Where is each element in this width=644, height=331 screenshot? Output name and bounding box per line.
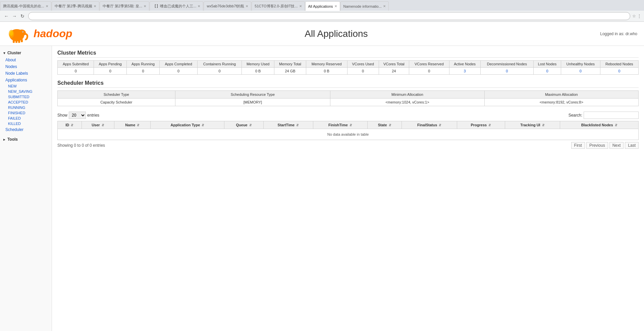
hadoop-text: hadoop (34, 27, 72, 40)
svg-rect-7 (18, 40, 20, 43)
sidebar-tools-header[interactable]: ► Tools (0, 136, 52, 143)
col-memory-used: Memory Used (241, 61, 274, 68)
sched-val-max-alloc: <memory:8192, vCores:8> (484, 98, 638, 106)
val-containers-running: 0 (198, 68, 242, 75)
address-bar[interactable]: 172.18.74.173:8088/cluster (28, 12, 630, 20)
search-label: Search: (569, 113, 582, 118)
tab-close-4[interactable]: ✕ (198, 4, 200, 8)
sidebar-state-new-saving[interactable]: NEW_SAVING (3, 89, 52, 94)
val-lost-nodes[interactable]: 0 (533, 68, 561, 75)
col-apps-running: Apps Running (126, 61, 159, 68)
cluster-metrics-table: Apps Submitted Apps Pending Apps Running… (57, 60, 639, 75)
app-col-finalstatus[interactable]: FinalStatus ⇵ (402, 121, 457, 129)
tab-2[interactable]: 中餐厅 第2季-腾讯视频 ✕ (52, 1, 99, 11)
sidebar-about-link[interactable]: About (0, 57, 52, 63)
sort-finalstatus-icon: ⇵ (439, 124, 441, 127)
sched-val-min-alloc: <memory:1024, vCores:1> (330, 98, 484, 106)
app-col-blacklisted[interactable]: Blacklisted Nodes ⇵ (560, 121, 639, 129)
col-vcores-reserved: VCores Reserved (409, 61, 449, 68)
sidebar-state-killed[interactable]: KILLED (3, 121, 52, 126)
sort-queue-icon: ⇵ (249, 124, 252, 127)
forward-button[interactable]: → (11, 12, 18, 20)
val-apps-running: 0 (126, 68, 159, 75)
sidebar-scheduler-link[interactable]: Scheduler (0, 126, 52, 133)
next-page-button[interactable]: Next (609, 142, 624, 149)
reload-button[interactable]: ↻ (19, 12, 26, 20)
sidebar-node-labels-link[interactable]: Node Labels (0, 70, 52, 77)
sidebar-nodes-link[interactable]: Nodes (0, 63, 52, 70)
val-unhealthy-nodes[interactable]: 0 (561, 68, 600, 75)
tab-4[interactable]: 【】嗜血已成魔的个人三... ✕ (150, 1, 203, 11)
app-col-name[interactable]: Name ⇵ (114, 121, 151, 129)
tab-6[interactable]: 51CTO博客2.0-原创IT技... ✕ (252, 1, 305, 11)
first-page-button[interactable]: First (571, 142, 585, 149)
tab-label-namenode: Namenode informatio... (343, 4, 382, 8)
app-col-starttime[interactable]: StartTime ⇵ (263, 121, 313, 129)
tab-close-namenode[interactable]: ✕ (383, 4, 386, 8)
back-button[interactable]: ← (3, 12, 10, 20)
app-col-state[interactable]: State ⇵ (367, 121, 401, 129)
sched-val-resource-type: [MEMORY] (175, 98, 330, 106)
col-memory-total: Memory Total (274, 61, 306, 68)
val-rebooted-nodes[interactable]: 0 (600, 68, 638, 75)
col-apps-pending: Apps Pending (94, 61, 127, 68)
tab-close-all-apps[interactable]: ✕ (334, 4, 337, 8)
scheduler-metrics-header: Scheduler Metrics (57, 80, 639, 88)
sidebar-applications-link[interactable]: Applications (0, 77, 52, 83)
val-decommissioned-nodes[interactable]: 0 (480, 68, 533, 75)
logged-in-info: Logged in as: dr.who (600, 31, 637, 36)
tab-bar: 腾讯视频-中国视先的在... ✕ 中餐厅 第2季-腾讯视频 ✕ 中餐厅 第2季第… (0, 0, 644, 11)
app-col-progress[interactable]: Progress ⇵ (457, 121, 505, 129)
last-page-button[interactable]: Last (625, 142, 639, 149)
tab-namenode[interactable]: Namenode informatio... ✕ (340, 1, 389, 11)
sort-user-icon: ⇵ (102, 124, 104, 127)
tab-close-3[interactable]: ✕ (144, 4, 146, 8)
content-area: Cluster Metrics Apps Submitted Apps Pend… (52, 46, 644, 331)
tab-label-1: 腾讯视频-中国视先的在... (3, 4, 44, 9)
tab-close-2[interactable]: ✕ (94, 4, 96, 8)
browser-actions: ☆ ⋮ (632, 14, 641, 18)
show-entries: Show 10 20 25 50 100 entries (57, 112, 99, 119)
val-apps-submitted: 0 (58, 68, 94, 75)
search-input[interactable] (584, 112, 639, 119)
tab-label-5: wx5ab76de3dbb7f的瓶 (207, 4, 244, 9)
app-col-id[interactable]: ID ⇵ (58, 121, 82, 129)
tab-close-5[interactable]: ✕ (246, 4, 248, 8)
browser-chrome: 腾讯视频-中国视先的在... ✕ 中餐厅 第2季-腾讯视频 ✕ 中餐厅 第2季第… (0, 0, 644, 22)
tab-close-1[interactable]: ✕ (46, 4, 48, 8)
val-active-nodes[interactable]: 3 (449, 68, 480, 75)
sidebar-state-accepted[interactable]: ACCEPTED (3, 100, 52, 105)
entries-label: entries (87, 113, 99, 118)
sidebar-state-running[interactable]: RUNNING (3, 105, 52, 110)
app-col-type[interactable]: Application Type ⇵ (151, 121, 224, 129)
tab-label-6: 51CTO博客2.0-原创IT技... (255, 4, 298, 9)
showing-text: Showing 0 to 0 of 0 entries (57, 143, 105, 148)
tab-all-applications[interactable]: All Applications ✕ (305, 1, 340, 11)
bookmark-icon[interactable]: ☆ (632, 14, 636, 18)
tab-close-6[interactable]: ✕ (299, 4, 302, 8)
sidebar-state-failed[interactable]: FAILED (3, 116, 52, 121)
sidebar-state-finished[interactable]: FINISHED (3, 110, 52, 116)
tab-3[interactable]: 中餐厅 第2季第5期: 皇... ✕ (100, 1, 150, 11)
menu-icon[interactable]: ⋮ (637, 14, 641, 18)
app-col-tracking-ui[interactable]: Tracking UI ⇵ (505, 121, 560, 129)
sidebar-cluster-header[interactable]: ▼ Cluster (0, 49, 52, 57)
sidebar-state-new[interactable]: NEW (3, 83, 52, 89)
previous-page-button[interactable]: Previous (586, 142, 608, 149)
val-apps-pending: 0 (94, 68, 127, 75)
tab-5[interactable]: wx5ab76de3dbb7f的瓶 ✕ (204, 1, 251, 11)
val-memory-used: 0 B (241, 68, 274, 75)
applications-table: ID ⇵ User ⇵ Name ⇵ Application Type ⇵ Qu… (57, 121, 639, 140)
col-apps-submitted: Apps Submitted (58, 61, 94, 68)
app-col-queue[interactable]: Queue ⇵ (224, 121, 263, 129)
no-data-cell: No data available in table (58, 129, 639, 140)
tab-1[interactable]: 腾讯视频-中国视先的在... ✕ (0, 1, 51, 11)
sort-tracking-icon: ⇵ (542, 124, 545, 127)
sidebar-tools-label: Tools (7, 137, 18, 142)
entries-select[interactable]: 10 20 25 50 100 (69, 112, 86, 119)
sidebar-state-submitted[interactable]: SUBMITTED (3, 94, 52, 100)
app-col-finishtime[interactable]: FinishTime ⇵ (313, 121, 367, 129)
col-containers-running: Containers Running (198, 61, 242, 68)
main-body: ▼ Cluster About Nodes Node Labels Applic… (0, 46, 644, 331)
app-col-user[interactable]: User ⇵ (82, 121, 114, 129)
